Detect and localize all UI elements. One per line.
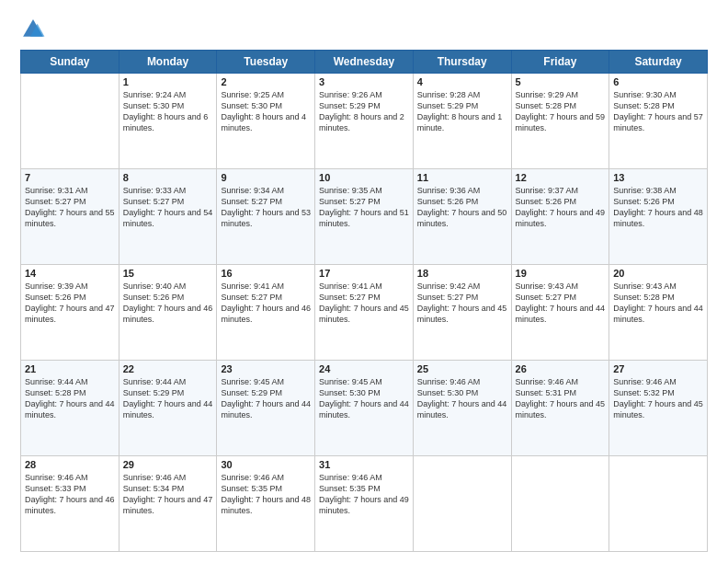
- calendar-day-header: Thursday: [413, 51, 511, 74]
- day-number: 1: [123, 76, 213, 87]
- calendar-cell: [413, 456, 511, 552]
- day-number: 30: [221, 459, 311, 470]
- calendar-cell: 21 Sunrise: 9:44 AMSunset: 5:28 PMDaylig…: [21, 361, 119, 456]
- calendar-cell: 5 Sunrise: 9:29 AMSunset: 5:28 PMDayligh…: [511, 74, 609, 169]
- day-number: 26: [516, 363, 606, 374]
- logo-icon: [20, 17, 46, 42]
- day-info: Sunrise: 9:35 AMSunset: 5:27 PMDaylight:…: [319, 186, 409, 228]
- day-number: 17: [319, 268, 409, 279]
- day-info: Sunrise: 9:46 AMSunset: 5:30 PMDaylight:…: [417, 377, 507, 419]
- day-number: 28: [25, 459, 115, 470]
- day-info: Sunrise: 9:42 AMSunset: 5:27 PMDaylight:…: [417, 282, 507, 324]
- calendar-week-row: 7 Sunrise: 9:31 AMSunset: 5:27 PMDayligh…: [21, 169, 708, 265]
- day-number: 31: [319, 459, 409, 470]
- calendar-day-header: Monday: [119, 51, 217, 74]
- calendar-cell: 1 Sunrise: 9:24 AMSunset: 5:30 PMDayligh…: [119, 74, 217, 169]
- calendar-cell: 26 Sunrise: 9:46 AMSunset: 5:31 PMDaylig…: [511, 361, 609, 456]
- day-number: 14: [25, 268, 115, 279]
- day-number: 2: [221, 76, 311, 87]
- calendar-cell: 12 Sunrise: 9:37 AMSunset: 5:26 PMDaylig…: [511, 169, 609, 265]
- day-number: 27: [613, 363, 703, 374]
- calendar-day-header: Tuesday: [217, 51, 315, 74]
- day-number: 3: [319, 76, 409, 87]
- calendar-cell: 2 Sunrise: 9:25 AMSunset: 5:30 PMDayligh…: [217, 74, 315, 169]
- day-info: Sunrise: 9:38 AMSunset: 5:26 PMDaylight:…: [613, 186, 703, 228]
- calendar-cell: 20 Sunrise: 9:43 AMSunset: 5:28 PMDaylig…: [609, 265, 708, 361]
- day-info: Sunrise: 9:26 AMSunset: 5:29 PMDaylight:…: [319, 90, 404, 132]
- calendar-cell: 10 Sunrise: 9:35 AMSunset: 5:27 PMDaylig…: [315, 169, 414, 265]
- day-number: 18: [417, 268, 507, 279]
- calendar-week-row: 14 Sunrise: 9:39 AMSunset: 5:26 PMDaylig…: [21, 265, 708, 361]
- calendar-cell: 14 Sunrise: 9:39 AMSunset: 5:26 PMDaylig…: [21, 265, 119, 361]
- calendar-cell: 9 Sunrise: 9:34 AMSunset: 5:27 PMDayligh…: [217, 169, 315, 265]
- calendar-cell: 19 Sunrise: 9:43 AMSunset: 5:27 PMDaylig…: [511, 265, 609, 361]
- day-number: 22: [123, 363, 213, 374]
- day-number: 16: [221, 268, 311, 279]
- calendar-cell: [21, 74, 119, 169]
- day-info: Sunrise: 9:41 AMSunset: 5:27 PMDaylight:…: [319, 282, 409, 324]
- day-info: Sunrise: 9:45 AMSunset: 5:30 PMDaylight:…: [319, 377, 409, 419]
- calendar-cell: [609, 456, 708, 552]
- calendar-cell: 13 Sunrise: 9:38 AMSunset: 5:26 PMDaylig…: [609, 169, 708, 265]
- day-number: 9: [221, 172, 311, 183]
- day-info: Sunrise: 9:44 AMSunset: 5:29 PMDaylight:…: [123, 377, 213, 419]
- calendar-cell: [511, 456, 609, 552]
- calendar-week-row: 21 Sunrise: 9:44 AMSunset: 5:28 PMDaylig…: [21, 361, 708, 456]
- day-number: 8: [123, 172, 213, 183]
- day-info: Sunrise: 9:31 AMSunset: 5:27 PMDaylight:…: [25, 186, 115, 228]
- calendar-cell: 6 Sunrise: 9:30 AMSunset: 5:28 PMDayligh…: [609, 74, 708, 169]
- calendar-week-row: 28 Sunrise: 9:46 AMSunset: 5:33 PMDaylig…: [21, 456, 708, 552]
- logo: [20, 17, 50, 42]
- day-info: Sunrise: 9:25 AMSunset: 5:30 PMDaylight:…: [221, 90, 306, 132]
- day-number: 24: [319, 363, 409, 374]
- day-info: Sunrise: 9:46 AMSunset: 5:35 PMDaylight:…: [221, 473, 311, 515]
- day-number: 23: [221, 363, 311, 374]
- day-info: Sunrise: 9:29 AMSunset: 5:28 PMDaylight:…: [516, 90, 606, 132]
- calendar-cell: 22 Sunrise: 9:44 AMSunset: 5:29 PMDaylig…: [119, 361, 217, 456]
- day-info: Sunrise: 9:37 AMSunset: 5:26 PMDaylight:…: [516, 186, 606, 228]
- day-number: 15: [123, 268, 213, 279]
- calendar-header-row: SundayMondayTuesdayWednesdayThursdayFrid…: [21, 51, 708, 74]
- day-number: 19: [516, 268, 606, 279]
- calendar-cell: 11 Sunrise: 9:36 AMSunset: 5:26 PMDaylig…: [413, 169, 511, 265]
- calendar-cell: 17 Sunrise: 9:41 AMSunset: 5:27 PMDaylig…: [315, 265, 414, 361]
- day-number: 4: [417, 76, 507, 87]
- day-number: 7: [25, 172, 115, 183]
- calendar-cell: 3 Sunrise: 9:26 AMSunset: 5:29 PMDayligh…: [315, 74, 414, 169]
- day-info: Sunrise: 9:33 AMSunset: 5:27 PMDaylight:…: [123, 186, 213, 228]
- calendar-day-header: Friday: [511, 51, 609, 74]
- day-number: 21: [25, 363, 115, 374]
- day-number: 6: [613, 76, 703, 87]
- day-info: Sunrise: 9:24 AMSunset: 5:30 PMDaylight:…: [123, 90, 209, 132]
- calendar-cell: 16 Sunrise: 9:41 AMSunset: 5:27 PMDaylig…: [217, 265, 315, 361]
- day-number: 29: [123, 459, 213, 470]
- calendar-cell: 27 Sunrise: 9:46 AMSunset: 5:32 PMDaylig…: [609, 361, 708, 456]
- day-info: Sunrise: 9:43 AMSunset: 5:28 PMDaylight:…: [613, 282, 703, 324]
- header: [20, 17, 708, 42]
- day-info: Sunrise: 9:43 AMSunset: 5:27 PMDaylight:…: [516, 282, 606, 324]
- day-info: Sunrise: 9:41 AMSunset: 5:27 PMDaylight:…: [221, 282, 311, 324]
- day-number: 10: [319, 172, 409, 183]
- day-number: 11: [417, 172, 507, 183]
- day-info: Sunrise: 9:34 AMSunset: 5:27 PMDaylight:…: [221, 186, 311, 228]
- day-info: Sunrise: 9:46 AMSunset: 5:33 PMDaylight:…: [25, 473, 115, 515]
- day-number: 5: [516, 76, 606, 87]
- calendar-cell: 8 Sunrise: 9:33 AMSunset: 5:27 PMDayligh…: [119, 169, 217, 265]
- day-number: 12: [516, 172, 606, 183]
- day-info: Sunrise: 9:39 AMSunset: 5:26 PMDaylight:…: [25, 282, 115, 324]
- calendar-cell: 4 Sunrise: 9:28 AMSunset: 5:29 PMDayligh…: [413, 74, 511, 169]
- calendar-cell: 29 Sunrise: 9:46 AMSunset: 5:34 PMDaylig…: [119, 456, 217, 552]
- calendar-week-row: 1 Sunrise: 9:24 AMSunset: 5:30 PMDayligh…: [21, 74, 708, 169]
- day-info: Sunrise: 9:40 AMSunset: 5:26 PMDaylight:…: [123, 282, 213, 324]
- calendar-table: SundayMondayTuesdayWednesdayThursdayFrid…: [20, 50, 708, 552]
- day-number: 20: [613, 268, 703, 279]
- day-info: Sunrise: 9:44 AMSunset: 5:28 PMDaylight:…: [25, 377, 115, 419]
- day-info: Sunrise: 9:46 AMSunset: 5:32 PMDaylight:…: [613, 377, 703, 419]
- calendar-cell: 25 Sunrise: 9:46 AMSunset: 5:30 PMDaylig…: [413, 361, 511, 456]
- day-number: 25: [417, 363, 507, 374]
- calendar-cell: 28 Sunrise: 9:46 AMSunset: 5:33 PMDaylig…: [21, 456, 119, 552]
- day-info: Sunrise: 9:45 AMSunset: 5:29 PMDaylight:…: [221, 377, 311, 419]
- calendar-cell: 31 Sunrise: 9:46 AMSunset: 5:35 PMDaylig…: [315, 456, 414, 552]
- day-number: 13: [613, 172, 703, 183]
- page: SundayMondayTuesdayWednesdayThursdayFrid…: [0, 0, 728, 563]
